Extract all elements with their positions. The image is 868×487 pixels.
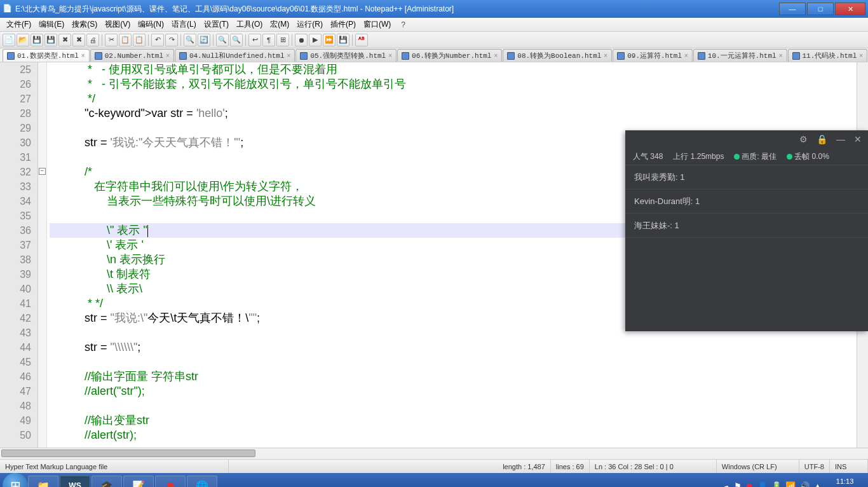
overlay-user-item[interactable]: 我叫裴秀勤: 1 — [625, 165, 868, 189]
file-tab[interactable]: 04.Null和Undefined.html× — [175, 49, 295, 62]
paste-icon[interactable]: 📋 — [133, 34, 146, 46]
menu-help[interactable]: ? — [397, 20, 409, 29]
taskbar-record-icon[interactable]: ⏺ — [155, 476, 186, 487]
code-line[interactable] — [50, 399, 857, 413]
print-icon[interactable]: 🖨 — [86, 34, 99, 46]
lock-icon[interactable]: 🔒 — [817, 134, 827, 144]
macro-play-icon[interactable]: ▶ — [309, 34, 322, 46]
macro-save-icon[interactable]: 💾 — [337, 34, 349, 46]
undo-icon[interactable]: ↶ — [151, 34, 164, 46]
fold-column[interactable]: − — [38, 62, 47, 448]
stat-quality: 画质: 最佳 — [734, 151, 776, 162]
menu-item[interactable]: 语言(L) — [168, 19, 200, 30]
save-icon[interactable]: 💾 — [31, 34, 43, 46]
show-symbols-icon[interactable]: ¶ — [262, 34, 275, 46]
file-tab[interactable]: 05.强制类型转换.html× — [295, 49, 397, 62]
horizontal-scrollbar[interactable] — [0, 448, 868, 459]
code-line[interactable]: //alert(str); — [50, 428, 857, 442]
tray-battery-icon[interactable]: 🔋 — [771, 481, 782, 488]
close-icon[interactable]: ✕ — [854, 134, 862, 144]
zoom-out-icon[interactable]: 🔍 — [230, 34, 243, 46]
tab-close-icon[interactable]: × — [81, 52, 85, 59]
word-wrap-icon[interactable]: ↩ — [248, 34, 261, 46]
menu-item[interactable]: 设置(T) — [200, 19, 233, 30]
overlay-user-item[interactable]: 海王妹妹-: 1 — [625, 214, 868, 238]
copy-icon[interactable]: 📋 — [119, 34, 132, 46]
code-line[interactable]: * - 引号不能嵌套，双引号不能放双引号，单引号不能放单引号 — [50, 77, 857, 92]
file-icon — [179, 52, 187, 60]
tray-volume-icon[interactable]: 🔊 — [799, 481, 810, 488]
tab-close-icon[interactable]: × — [287, 52, 291, 59]
menu-item[interactable]: 运行(R) — [293, 19, 327, 30]
find-icon[interactable]: 🔍 — [184, 34, 196, 46]
gear-icon[interactable]: ⚙ — [799, 134, 808, 144]
replace-icon[interactable]: 🔄 — [198, 34, 210, 46]
menu-item[interactable]: 窗口(W) — [360, 19, 395, 30]
menu-item[interactable]: 编码(N) — [134, 19, 168, 30]
taskbar-explorer-icon[interactable]: 📁 — [28, 476, 58, 487]
menu-item[interactable]: 编辑(E) — [35, 19, 68, 30]
file-tab[interactable]: 08.转换为Boolean.html× — [503, 49, 612, 62]
code-line[interactable]: //输出字面量 字符串str — [50, 369, 857, 384]
cut-icon[interactable]: ✂ — [105, 34, 118, 46]
menu-item[interactable]: 搜索(S) — [68, 19, 101, 30]
minimize-icon[interactable]: — — [836, 134, 845, 144]
open-file-icon[interactable]: 📂 — [17, 34, 29, 46]
file-tab[interactable]: 02.Number.html× — [90, 49, 174, 62]
taskbar-edge-icon[interactable]: 🌐 — [187, 476, 217, 487]
file-tab[interactable]: 11.代码块.html× — [788, 49, 868, 62]
tab-close-icon[interactable]: × — [859, 52, 863, 59]
clock[interactable]: 11:13 2020/5/12 — [829, 477, 860, 487]
code-line[interactable]: */ — [50, 92, 857, 106]
tray-more-icon[interactable]: ▲ — [813, 481, 822, 488]
file-tab[interactable]: 06.转换为Number.html× — [397, 49, 502, 62]
stat-upload: 上行 1.25mbps — [673, 151, 724, 162]
close-button[interactable]: ✕ — [835, 3, 865, 15]
tray-flag-icon[interactable]: ⚑ — [734, 481, 742, 488]
taskbar-notepadpp-icon[interactable]: 📝 — [123, 476, 154, 487]
menu-item[interactable]: 宏(M) — [266, 19, 293, 30]
taskbar-webstorm-icon[interactable]: WS — [60, 476, 90, 487]
tray-network-icon[interactable]: 📶 — [785, 481, 796, 488]
menu-item[interactable]: 文件(F) — [3, 19, 35, 30]
minimize-button[interactable]: — — [779, 3, 806, 15]
macro-record-icon[interactable]: ⏺ — [295, 34, 308, 46]
tab-close-icon[interactable]: × — [684, 52, 688, 59]
code-line[interactable]: //alert("str"); — [50, 384, 857, 399]
taskbar-app-icon[interactable]: 🎓 — [92, 476, 122, 487]
close-all-icon[interactable]: ✖ — [72, 34, 85, 46]
tray-cloud-icon[interactable]: ☁ — [722, 481, 730, 488]
close-file-icon[interactable]: ✖ — [58, 34, 71, 46]
menu-item[interactable]: 工具(O) — [233, 19, 266, 30]
indent-guide-icon[interactable]: ⊞ — [276, 34, 289, 46]
tab-close-icon[interactable]: × — [388, 52, 392, 59]
save-all-icon[interactable]: 💾 — [44, 34, 57, 46]
code-line[interactable]: * - 使用双引号或单引号都可以，但是不要混着用 — [50, 62, 857, 77]
code-line[interactable]: //输出变量str — [50, 413, 857, 428]
tab-close-icon[interactable]: × — [494, 52, 498, 59]
redo-icon[interactable]: ↷ — [165, 34, 178, 46]
file-tab[interactable]: 09.运算符.html× — [613, 49, 693, 62]
overlay-user-item[interactable]: Kevin-Durant明: 1 — [625, 189, 868, 214]
file-tab[interactable]: 01.数据类型.html× — [3, 49, 90, 62]
code-line[interactable]: "c-keyword">var str = 'hello'; — [50, 106, 857, 121]
maximize-button[interactable]: □ — [807, 3, 834, 15]
tab-close-icon[interactable]: × — [779, 52, 783, 59]
code-line[interactable]: str = "\\\\\\"; — [50, 340, 857, 355]
macro-multi-icon[interactable]: ⏩ — [323, 34, 336, 46]
zoom-in-icon[interactable]: 🔍 — [216, 34, 229, 46]
new-file-icon[interactable]: 📄 — [3, 34, 15, 46]
code-line[interactable] — [50, 355, 857, 369]
tab-close-icon[interactable]: × — [166, 52, 170, 59]
menu-item[interactable]: 视图(V) — [101, 19, 134, 30]
menu-item[interactable]: 插件(P) — [327, 19, 360, 30]
tray-record-icon[interactable]: ⏺ — [745, 481, 754, 488]
file-tab[interactable]: 10.一元运算符.html× — [693, 49, 787, 62]
spell-check-icon[interactable]: ᴬᴮ — [355, 34, 368, 46]
file-icon — [7, 52, 15, 60]
tab-close-icon[interactable]: × — [604, 52, 607, 59]
tray-user-icon[interactable]: 👤 — [757, 481, 768, 488]
start-button[interactable]: ⊞ — [3, 473, 28, 487]
fold-toggle-icon[interactable]: − — [39, 168, 46, 175]
scrollbar-thumb[interactable] — [1, 449, 255, 457]
